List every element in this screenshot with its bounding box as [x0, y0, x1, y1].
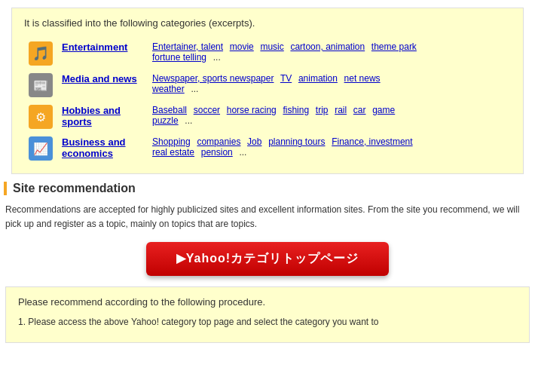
business-icon-cell: 📈 [24, 133, 57, 164]
weather-link[interactable]: weather [152, 84, 185, 94]
hobbies-link[interactable]: Hobbies and sports [62, 105, 121, 127]
hobbies-icon: ⚙ [29, 105, 53, 129]
media-icon-cell: 📰 [24, 69, 57, 101]
media-link[interactable]: Media and news [62, 73, 137, 84]
pension-link[interactable]: pension [201, 147, 233, 158]
rail-link[interactable]: rail [335, 105, 347, 115]
baseball-link[interactable]: Baseball [152, 105, 187, 115]
yahoo-button-wrapper: ▶Yahoo!カテゴリトップページ [4, 242, 531, 276]
newspaper-link[interactable]: Newspaper, sports newspaper [152, 73, 274, 84]
car-link[interactable]: car [353, 105, 366, 115]
categories-intro: It is classified into the following cate… [24, 17, 511, 29]
recommendation-description: Recommendations are accepted for highly … [4, 203, 531, 231]
hobbies-name-cell: Hobbies and sports [57, 101, 148, 133]
job-link[interactable]: Job [247, 136, 261, 147]
companies-link[interactable]: companies [197, 136, 240, 147]
trip-link[interactable]: trip [316, 105, 329, 115]
horseracing-link[interactable]: horse racing [227, 105, 277, 115]
yahoo-category-button[interactable]: ▶Yahoo!カテゴリトップページ [146, 242, 389, 276]
table-row: 🎵 Entertainment Entertainer, talent movi… [24, 38, 511, 69]
realestate-link[interactable]: real estate [152, 147, 194, 158]
entertainment-links-cell: Entertainer, talent movie music cartoon,… [148, 38, 511, 69]
categories-table: 🎵 Entertainment Entertainer, talent movi… [24, 38, 511, 164]
soccer-link[interactable]: soccer [194, 105, 220, 115]
business-icon: 📈 [29, 136, 53, 161]
entertainer-link[interactable]: Entertainer, talent [152, 41, 223, 52]
media-links-cell: Newspaper, sports newspaper TV animation… [148, 69, 511, 101]
fishing-link[interactable]: fishing [283, 105, 309, 115]
list-item: 1. Please access the above Yahoo! catego… [18, 315, 517, 329]
categories-section: It is classified into the following cate… [11, 8, 524, 174]
animation-link[interactable]: animation [298, 73, 338, 84]
themepark-link[interactable]: theme park [371, 41, 417, 52]
finance-link[interactable]: Finance, investment [332, 136, 412, 147]
music-link[interactable]: music [260, 41, 283, 52]
shopping-link[interactable]: Shopping [152, 136, 191, 147]
game-link[interactable]: game [372, 105, 395, 115]
table-row: ⚙ Hobbies and sports Baseball soccer hor… [24, 101, 511, 133]
business-links-cell: Shopping companies Job planning tours Fi… [148, 133, 511, 164]
media-icon: 📰 [29, 73, 53, 97]
movie-link[interactable]: movie [230, 41, 254, 52]
entertainment-icon-cell: 🎵 [24, 38, 57, 69]
procedure-list: 1. Please access the above Yahoo! catego… [18, 315, 517, 329]
entertainment-name-cell: Entertainment [57, 38, 148, 69]
procedure-box: Please recommend according to the follow… [5, 286, 530, 343]
media-name-cell: Media and news [57, 69, 148, 101]
procedure-title: Please recommend according to the follow… [18, 296, 517, 308]
site-recommendation-title: Site recommendation [4, 182, 531, 195]
entertainment-link[interactable]: Entertainment [62, 41, 127, 53]
puzzle-link[interactable]: puzzle [152, 115, 179, 126]
business-link[interactable]: Business and economics [62, 136, 126, 159]
fortunetelling-link[interactable]: fortune telling [152, 52, 206, 63]
entertainment-icon: 🎵 [29, 41, 53, 66]
table-row: 📰 Media and news Newspaper, sports newsp… [24, 69, 511, 101]
site-recommendation-section: Site recommendation Recommendations are … [0, 182, 535, 343]
hobbies-links-cell: Baseball soccer horse racing fishing tri… [148, 101, 511, 133]
cartoon-link[interactable]: cartoon, animation [290, 41, 365, 52]
hobbies-icon-cell: ⚙ [24, 101, 57, 133]
planningtours-link[interactable]: planning tours [268, 136, 325, 147]
table-row: 📈 Business and economics Shopping compan… [24, 133, 511, 164]
business-name-cell: Business and economics [57, 133, 148, 164]
tv-link[interactable]: TV [280, 73, 292, 84]
netnews-link[interactable]: net news [344, 73, 381, 84]
